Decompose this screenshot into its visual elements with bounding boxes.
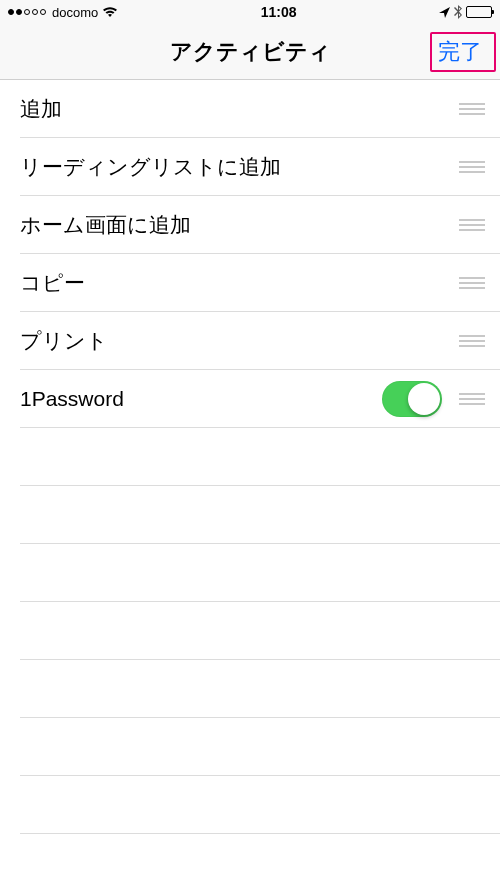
- activity-row[interactable]: リーディングリストに追加: [0, 138, 500, 196]
- activity-row-label: 追加: [20, 95, 458, 123]
- reorder-handle-icon[interactable]: [458, 277, 486, 289]
- status-right: [439, 5, 492, 19]
- activity-row-label: プリント: [20, 327, 458, 355]
- empty-row: [0, 602, 500, 660]
- done-button[interactable]: 完了: [428, 31, 492, 73]
- activity-row-label: リーディングリストに追加: [20, 153, 458, 181]
- activity-toggle[interactable]: [382, 381, 442, 417]
- reorder-handle-icon[interactable]: [458, 161, 486, 173]
- carrier-label: docomo: [52, 5, 98, 20]
- activity-row[interactable]: コピー: [0, 254, 500, 312]
- activity-row[interactable]: ホーム画面に追加: [0, 196, 500, 254]
- status-time: 11:08: [261, 4, 297, 20]
- location-icon: [439, 7, 450, 18]
- status-left: docomo: [8, 5, 118, 20]
- activity-row-label: ホーム画面に追加: [20, 211, 458, 239]
- bluetooth-icon: [454, 5, 462, 19]
- activity-list: 追加リーディングリストに追加ホーム画面に追加コピープリント1Password: [0, 80, 500, 889]
- signal-strength-icon: [8, 9, 46, 15]
- empty-row: [0, 776, 500, 834]
- activity-row-label: 1Password: [20, 387, 382, 411]
- activity-row[interactable]: 1Password: [0, 370, 500, 428]
- battery-icon: [466, 6, 492, 18]
- empty-row: [0, 660, 500, 718]
- reorder-handle-icon[interactable]: [458, 219, 486, 231]
- reorder-handle-icon[interactable]: [458, 335, 486, 347]
- empty-row: [0, 486, 500, 544]
- reorder-handle-icon[interactable]: [458, 103, 486, 115]
- page-title: アクティビティ: [170, 37, 331, 67]
- empty-row: [0, 544, 500, 602]
- activity-row[interactable]: 追加: [0, 80, 500, 138]
- wifi-icon: [102, 6, 118, 18]
- reorder-handle-icon[interactable]: [458, 393, 486, 405]
- navigation-bar: アクティビティ 完了: [0, 24, 500, 80]
- status-bar: docomo 11:08: [0, 0, 500, 24]
- activity-row[interactable]: プリント: [0, 312, 500, 370]
- empty-row: [0, 834, 500, 889]
- empty-row: [0, 718, 500, 776]
- empty-row: [0, 428, 500, 486]
- activity-row-label: コピー: [20, 269, 458, 297]
